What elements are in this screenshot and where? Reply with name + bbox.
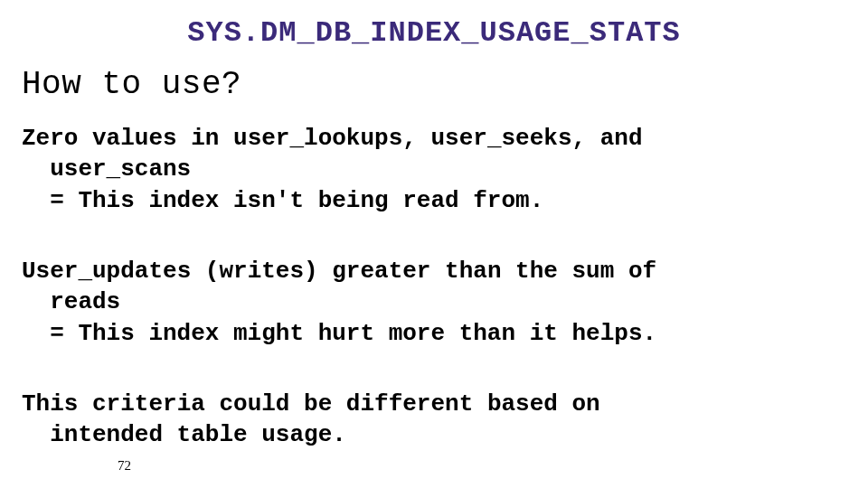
paragraph-1-line-2: user_scans [22, 154, 846, 184]
slide-subheading: How to use? [22, 66, 846, 103]
paragraph-3-line-2: intended table usage. [22, 419, 846, 450]
page-number: 72 [118, 458, 131, 474]
paragraph-2-line-2: reads [22, 286, 846, 317]
paragraph-3-line-1: This criteria could be different based o… [22, 390, 600, 418]
paragraph-1: Zero values in user_lookups, user_seeks,… [22, 123, 846, 216]
slide-title: SYS.DM_DB_INDEX_USAGE_STATS [22, 16, 846, 50]
paragraph-2-line-1: User_updates (writes) greater than the s… [22, 258, 656, 285]
paragraph-3: This criteria could be different based o… [22, 389, 846, 451]
slide-body: Zero values in user_lookups, user_seeks,… [22, 123, 846, 451]
slide: SYS.DM_DB_INDEX_USAGE_STATS How to use? … [0, 0, 868, 488]
paragraph-1-line-1: Zero values in user_lookups, user_seeks,… [22, 125, 643, 152]
paragraph-2-line-3: = This index might hurt more than it hel… [22, 318, 846, 349]
paragraph-1-line-3: = This index isn't being read from. [22, 185, 846, 216]
paragraph-2: User_updates (writes) greater than the s… [22, 256, 846, 349]
